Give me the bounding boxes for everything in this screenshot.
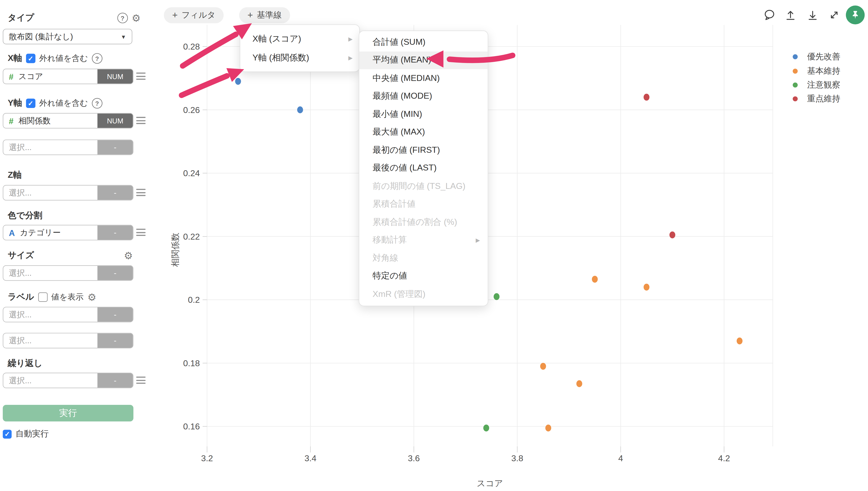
add-baseline-button[interactable]: + 基準線 [239,7,290,23]
legend-dot-icon [793,83,798,88]
x-axis-title: スコア [477,479,503,488]
scatter-point[interactable] [493,293,500,300]
plus-icon: + [172,10,178,21]
x-tick-label: 4.2 [718,454,730,463]
menu-item-label: 最頻値 (MODE) [372,90,432,102]
menu-item-label: 前の期間の値 (TS_LAG) [372,180,466,192]
menu-item-label: 累積合計値の割合 (%) [372,216,457,228]
legend-label: 重点維持 [807,94,840,104]
menu-item-label: 最後の値 (LAST) [372,162,437,174]
submenu-arrow-icon: ▶ [476,237,480,243]
menu-item[interactable]: 最初の値 (FIRST) [359,141,488,159]
legend-dot-icon [793,54,798,59]
scatter-point[interactable] [737,338,743,344]
menu-item: 累積合計値 [359,195,488,213]
y-axis-title: 相関係数 [171,233,180,267]
menu-item-label: 最小値 (MIN) [372,109,422,120]
scatter-point[interactable] [545,425,551,431]
y-tick-label: 0.28 [183,42,200,51]
menu-item: 対角線 [359,249,488,267]
legend-item[interactable]: 注意観察 [793,78,840,92]
menu-item: XmR (管理図) [359,285,488,303]
menu-item[interactable]: 最頻値 (MODE) [359,87,488,105]
x-tick-label: 3.6 [408,454,420,463]
download-icon[interactable] [807,9,819,21]
menu-item: 前の期間の値 (TS_LAG) [359,177,488,195]
legend-item[interactable]: 優先改善 [793,50,840,64]
submenu-arrow-icon: ▶ [348,55,353,61]
menu-item: 移動計算▶ [359,231,488,249]
add-filter-label: フィルタ [182,10,216,21]
menu-item[interactable]: 平均値 (MEAN) [359,51,488,69]
menu-item[interactable]: 合計値 (SUM) [359,33,488,51]
scatter-point[interactable] [643,94,650,100]
y-tick-label: 0.18 [183,358,200,368]
menu-item-label: 最大値 (MAX) [372,126,425,138]
x-tick-label: 3.2 [201,454,213,463]
baseline-stat-menu: 合計値 (SUM)平均値 (MEAN)中央値 (MEDIAN)最頻値 (MODE… [359,30,488,306]
menu-item-label: XmR (管理図) [372,288,426,300]
legend-dot-icon [793,96,798,102]
legend-item[interactable]: 重点維持 [793,92,840,106]
x-tick-label: 4 [618,454,623,463]
pin-icon [850,10,860,20]
scatter-point[interactable] [483,425,489,431]
menu-item[interactable]: 最小値 (MIN) [359,105,488,123]
menu-item[interactable]: X軸 (スコア)▶ [240,29,359,48]
legend-label: 基本維持 [807,66,840,76]
menu-item-label: 累積合計値 [372,198,416,210]
plus-icon: + [247,10,253,21]
scatter-point[interactable] [297,106,303,113]
scatter-point[interactable] [643,284,650,290]
x-tick-label: 3.4 [304,454,316,463]
menu-item[interactable]: 特定の値 [359,267,488,285]
menu-item-label: 対角線 [372,252,398,264]
menu-item-label: 移動計算 [372,234,407,246]
scatter-point[interactable] [540,363,546,370]
menu-item-label: Y軸 (相関係数) [252,52,309,63]
app-window: タイプ ? ⚙ 散布図 (集計なし) ▼ X軸 ✓ 外れ値を含む ? #スコア … [0,0,868,491]
baseline-axis-menu: X軸 (スコア)▶Y軸 (相関係数)▶ [240,24,360,72]
upload-icon[interactable] [784,9,797,21]
submenu-arrow-icon: ▶ [348,36,353,42]
legend-item[interactable]: 基本維持 [793,64,840,78]
menu-item: 累積合計値の割合 (%) [359,213,488,231]
scatter-point[interactable] [592,276,598,283]
legend: 優先改善基本維持注意観察重点維持 [793,50,840,106]
x-tick-label: 3.8 [511,454,523,463]
menu-item[interactable]: Y軸 (相関係数)▶ [240,48,359,67]
y-tick-label: 0.24 [183,168,200,178]
y-tick-label: 0.2 [188,295,200,305]
menu-item-label: 合計値 (SUM) [372,36,426,48]
menu-item[interactable]: 中央値 (MEDIAN) [359,69,488,87]
pinned-avatar-button[interactable] [846,5,865,24]
menu-item[interactable]: 最大値 (MAX) [359,123,488,141]
scatter-point[interactable] [669,231,675,238]
menu-item-label: 特定の値 [372,270,407,282]
legend-dot-icon [793,68,798,74]
menu-item[interactable]: 最後の値 (LAST) [359,159,488,177]
menu-item-label: 中央値 (MEDIAN) [372,73,440,84]
y-tick-label: 0.26 [183,105,200,115]
legend-label: 注意観察 [807,80,840,90]
expand-icon[interactable] [828,9,840,21]
scatter-point[interactable] [235,78,241,85]
y-tick-label: 0.22 [183,232,200,241]
legend-label: 優先改善 [807,52,840,62]
scatter-point[interactable] [576,380,582,387]
menu-item-label: 平均値 (MEAN) [372,54,431,66]
add-baseline-label: 基準線 [257,10,282,21]
menu-item-label: 最初の値 (FIRST) [372,144,440,156]
comment-icon[interactable] [764,9,776,21]
add-filter-button[interactable]: + フィルタ [164,7,224,23]
y-tick-label: 0.16 [183,422,200,431]
menu-item-label: X軸 (スコア) [252,33,301,45]
